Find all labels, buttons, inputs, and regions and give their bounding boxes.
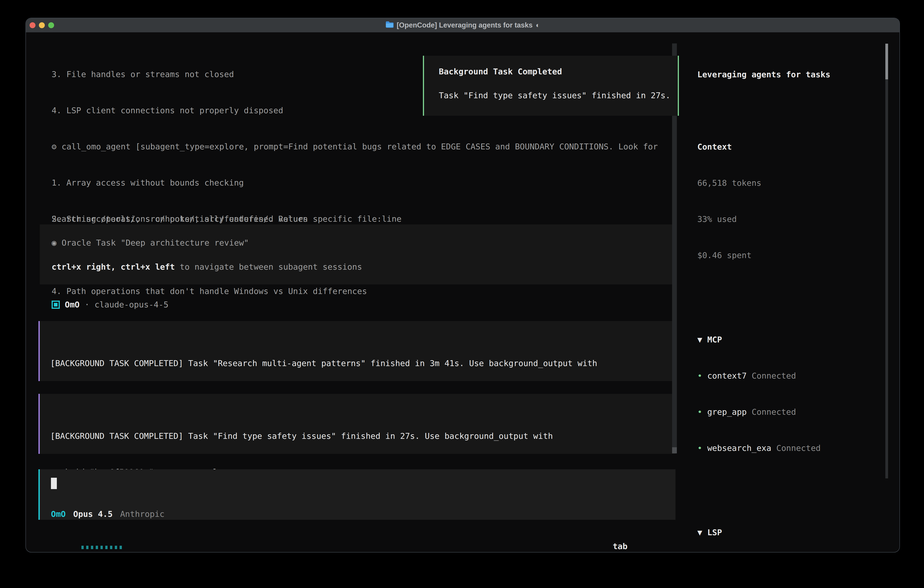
sidebar: Leveraging agents for tasks Context 66,5…: [685, 33, 899, 552]
shortcut-description: to navigate between subagent sessions: [175, 262, 362, 271]
task-message-line: [BACKGROUND TASK COMPLETED] Task "Resear…: [50, 357, 597, 369]
sidebar-scrollbar-track[interactable]: [885, 79, 888, 478]
session-title: Leveraging agents for tasks: [697, 70, 830, 79]
input-model: Opus 4.5: [73, 508, 112, 520]
text-cursor: [51, 478, 57, 489]
collapse-triangle-icon: ▼: [697, 528, 702, 537]
input-provider: Anthropic: [120, 508, 164, 520]
tool-call-line: call_omo_agent [subagent_type=explore, p…: [62, 142, 658, 151]
app-window: [OpenCode] Leveraging agents for tasks ◐…: [25, 18, 900, 553]
main-scrollbar-thumb[interactable]: [672, 447, 677, 453]
tool-call-line: 4. Path operations that don't handle Win…: [52, 285, 658, 297]
agent-model: claude-opus-4-5: [94, 299, 168, 311]
log-line: 3. File handles or streams not closed: [52, 68, 401, 80]
close-button[interactable]: [30, 22, 35, 28]
status-bar: esc interrupt tab switch agent ctrl+p co…: [42, 528, 677, 540]
maximize-button[interactable]: [48, 22, 54, 28]
sidebar-scrollbar-thumb[interactable]: [885, 44, 888, 79]
prompt-input[interactable]: OmO Opus 4.5 Anthropic: [38, 469, 675, 520]
input-agent-name: OmO: [51, 508, 66, 520]
mcp-item: •websearch_exaConnected: [697, 442, 879, 454]
bullet-icon: •: [697, 443, 702, 453]
oracle-task-box: ◉Oracle Task "Deep architecture review" …: [40, 225, 675, 284]
lsp-section-header[interactable]: ▼LSP: [697, 526, 879, 538]
folder-icon: [385, 21, 394, 30]
spinner-icon: [81, 542, 122, 553]
tool-call-line: 2. String operations on potentially unde…: [52, 213, 658, 225]
record-icon: ◉: [52, 238, 57, 248]
window-title: [OpenCode] Leveraging agents for tasks: [397, 21, 533, 29]
context-heading: Context: [697, 142, 732, 152]
task-message-line: [BACKGROUND TASK COMPLETED] Task "Find t…: [50, 430, 553, 442]
traffic-lights: [30, 18, 54, 32]
toast-notification: Background Task Completed Task "Find typ…: [423, 56, 679, 116]
mcp-item: •context7Connected: [697, 370, 879, 382]
agent-name: OmO: [65, 299, 79, 311]
notification-title: Background Task Completed: [439, 66, 562, 78]
context-spent: $0.46 spent: [697, 251, 751, 260]
agent-checkbox-icon: [52, 301, 60, 309]
bullet-icon: •: [697, 407, 702, 416]
mcp-section-header[interactable]: ▼MCP: [697, 334, 879, 345]
chat-area: 3. File handles or streams not closed 4.…: [26, 33, 685, 552]
mcp-item: •grep_appConnected: [697, 406, 879, 418]
context-tokens: 66,518 tokens: [697, 178, 761, 188]
gear-icon: ⚙: [52, 142, 57, 151]
minimize-button[interactable]: [39, 22, 45, 28]
collapse-triangle-icon: ▼: [697, 335, 702, 344]
bullet-icon: •: [697, 371, 702, 380]
half-circle-icon: ◐: [536, 21, 540, 29]
separator-dot: ·: [84, 299, 89, 311]
background-task-card: [BACKGROUND TASK COMPLETED] Task "Find t…: [38, 394, 675, 454]
notification-body: Task "Find type safety issues" finished …: [439, 89, 670, 101]
title-bar: [OpenCode] Leveraging agents for tasks ◐: [26, 18, 899, 33]
oracle-task-title: Oracle Task "Deep architecture review": [62, 238, 249, 248]
background-task-card: [BACKGROUND TASK COMPLETED] Task "Resear…: [38, 321, 675, 381]
tab-key-hint: tab: [613, 542, 627, 551]
agent-header: OmO · claude-opus-4-5: [52, 299, 168, 311]
context-used: 33% used: [697, 215, 737, 224]
shortcut-keys: ctrl+x right, ctrl+x left: [52, 262, 175, 271]
log-line: 4. LSP client connections not properly d…: [52, 104, 401, 116]
tool-call-line: 1. Array access without bounds checking: [52, 177, 658, 189]
